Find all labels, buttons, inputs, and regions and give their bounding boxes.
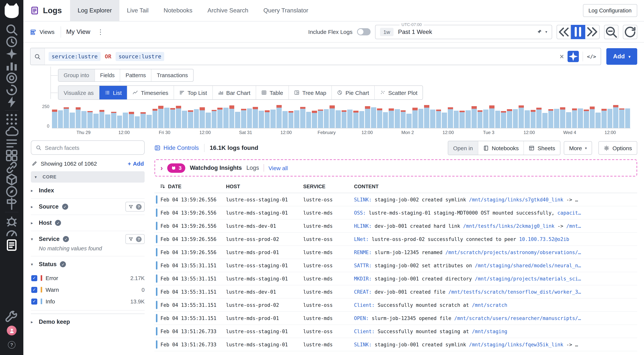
histogram-bar[interactable] [501,111,506,128]
visualize-option-tree-map[interactable]: Tree Map [288,86,332,99]
histogram-bar[interactable] [259,111,264,128]
histogram-bar[interactable] [146,115,152,128]
histogram-bar[interactable] [94,113,98,128]
histogram-bar[interactable] [371,107,376,128]
refresh-button[interactable] [623,25,637,39]
histogram-bar[interactable] [135,116,140,128]
checkbox[interactable]: ✓ [31,298,37,304]
nav-security-icon[interactable] [5,216,18,226]
nav-sparkles-icon[interactable] [5,48,18,59]
histogram-bar[interactable] [460,111,465,128]
histogram-bar[interactable] [188,110,193,128]
histogram-bar[interactable] [578,108,583,128]
histogram-bar[interactable] [454,111,459,128]
histogram-bar[interactable] [206,113,211,128]
facet-value-error[interactable]: ✓Error2.17K [31,272,144,284]
histogram-bar[interactable] [176,106,181,128]
histogram-bar[interactable] [318,110,323,128]
facet-index[interactable]: ▸Index [31,183,144,198]
histogram-bar[interactable] [52,110,57,128]
column-header-host[interactable]: HOST [226,184,303,189]
nav-serverless-icon[interactable] [5,126,18,136]
facet-status[interactable]: ▾Status✓ [31,256,144,272]
histogram-bar[interactable] [123,113,128,128]
nav-monitors-icon[interactable] [5,73,18,83]
watchdog-insights-banner[interactable]: › 3 Watchdog Insights Logs View all [154,159,637,177]
histogram-bar[interactable] [554,109,559,128]
histogram-bar[interactable] [590,106,595,128]
histogram-bar[interactable] [436,109,441,128]
scrub-forward-button[interactable] [585,25,600,39]
datadog-logo[interactable] [0,0,23,21]
log-row[interactable]: Feb 04 13:59:26.556lustre-mds-prod-01lus… [154,246,637,259]
histogram-bar[interactable] [524,110,530,128]
facet-value-info[interactable]: ✓Info13.9K [31,296,144,307]
histogram-bar[interactable] [566,112,571,128]
histogram-bar[interactable] [596,113,601,128]
nav-packages-icon[interactable] [5,174,18,184]
histogram-bar[interactable] [477,110,482,128]
nav-infrastructure-icon[interactable] [5,114,18,124]
histogram-bar[interactable] [495,111,500,128]
nav-synthetics-icon[interactable] [5,198,18,209]
histogram-bar[interactable] [194,109,199,128]
histogram-bar[interactable] [300,107,305,128]
pin-icon[interactable] [537,29,542,35]
help-icon[interactable]: ? [136,204,142,210]
help-button[interactable]: ? [5,340,18,350]
nav-processes-icon[interactable] [5,138,18,148]
histogram-bar[interactable] [536,108,542,128]
log-row[interactable]: Feb 04 13:59:26.556lustre-oss-staging-01… [154,193,637,206]
histogram-bar[interactable] [519,105,524,128]
facet-demo-keep[interactable]: ▸Demo keep [31,314,144,330]
histogram-bar[interactable] [602,109,606,128]
histogram-bar[interactable] [223,108,228,128]
visualize-option-top-list[interactable]: Top List [174,86,212,99]
facet-search-input[interactable] [45,144,140,151]
histogram-bar[interactable] [389,109,394,128]
column-header-date[interactable]: DATE [160,184,182,189]
histogram-bar[interactable] [270,110,276,128]
histogram-bar[interactable] [164,108,169,128]
settings-icon[interactable] [5,311,18,322]
histogram-bar[interactable] [530,110,536,128]
histogram-bar[interactable] [542,113,548,128]
histogram-bar[interactable] [241,109,246,128]
nav-events-icon[interactable] [5,97,18,107]
view-menu-button[interactable]: ⋮ [96,28,105,36]
add-button[interactable]: Add ▾ [606,48,637,65]
log-row[interactable]: Feb 04 13:55:31.151lustre-oss-staging-01… [154,259,637,272]
tab-notebooks[interactable]: Notebooks [156,0,200,21]
histogram-bar[interactable] [548,109,554,128]
histogram-bar[interactable] [466,110,470,128]
histogram-bar[interactable] [288,111,294,128]
histogram-bar[interactable] [472,106,476,128]
histogram-bar[interactable] [312,111,317,128]
histogram-bar[interactable] [265,110,270,128]
histogram-bar[interactable] [253,107,258,128]
pencil-icon[interactable] [32,161,37,166]
histogram-bar[interactable] [383,112,388,128]
histogram-bar[interactable] [87,111,92,128]
facet-section-core[interactable]: ▾ CORE [31,171,144,183]
histogram-bar[interactable] [170,108,175,128]
log-row[interactable]: Feb 04 13:55:31.151lustre-mds-staging-01… [154,272,637,285]
tab-live-tail[interactable]: Live Tail [120,0,156,21]
log-row[interactable]: Feb 04 13:59:26.556lustre-mds-staging-01… [154,206,637,220]
histogram-bar[interactable] [507,109,512,128]
histogram-bar[interactable] [105,114,110,128]
options-button[interactable]: Options [598,141,637,155]
histogram-bar[interactable] [117,115,122,128]
time-range-picker[interactable]: 1w UTC-07:00 Past 1 Week ▾ [375,25,552,39]
visualize-option-pie-chart[interactable]: Pie Chart [332,86,374,99]
tab-log-explorer[interactable]: Log Explorer [70,0,119,21]
histogram-bar[interactable] [182,111,187,128]
log-row[interactable]: Feb 04 13:59:26.556lustre-oss-prod-02lus… [154,233,637,246]
histogram-bar[interactable] [442,113,447,128]
tab-query-translator[interactable]: Query Translator [256,0,316,21]
query-input[interactable]: service:lustreORsource:lustre × </> [30,48,601,65]
query-token[interactable]: source:lustre [116,52,164,61]
histogram-bar[interactable] [99,110,104,128]
histogram-bar[interactable] [212,110,216,128]
checkbox[interactable]: ✓ [31,275,37,281]
